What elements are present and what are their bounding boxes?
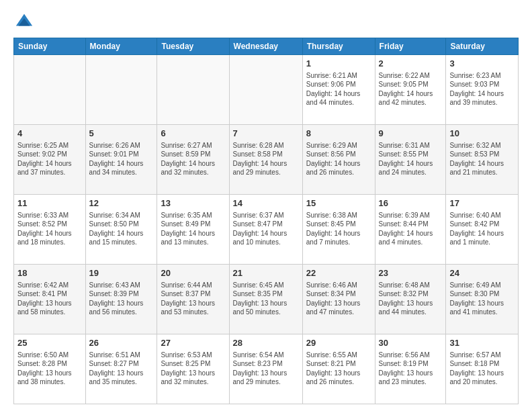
day-cell: 19Sunrise: 6:43 AMSunset: 8:39 PMDayligh… [85, 265, 157, 334]
day-number: 17 [449, 197, 515, 210]
day-cell: 24Sunrise: 6:49 AMSunset: 8:30 PMDayligh… [446, 265, 519, 334]
weekday-header-saturday: Saturday [446, 38, 519, 55]
day-info: Sunrise: 6:31 AMSunset: 8:55 PMDaylight:… [379, 142, 433, 177]
day-number: 21 [233, 267, 299, 279]
day-info: Sunrise: 6:49 AMSunset: 8:30 PMDaylight:… [449, 281, 504, 316]
day-info: Sunrise: 6:46 AMSunset: 8:34 PMDaylight:… [306, 281, 361, 316]
week-row-4: 18Sunrise: 6:42 AMSunset: 8:41 PMDayligh… [14, 265, 519, 334]
day-number: 10 [449, 128, 515, 140]
day-number: 13 [161, 197, 225, 210]
day-cell: 27Sunrise: 6:53 AMSunset: 8:25 PMDayligh… [157, 334, 229, 404]
day-cell: 25Sunrise: 6:50 AMSunset: 8:28 PMDayligh… [14, 334, 86, 404]
day-number: 9 [379, 128, 443, 140]
day-number: 11 [17, 197, 82, 210]
weekday-header-tuesday: Tuesday [157, 38, 229, 55]
day-number: 31 [449, 337, 515, 349]
day-number: 16 [379, 197, 443, 210]
logo-icon [15, 12, 34, 31]
day-number: 7 [233, 128, 299, 140]
day-cell: 21Sunrise: 6:45 AMSunset: 8:35 PMDayligh… [229, 265, 302, 334]
day-cell: 2Sunrise: 6:22 AMSunset: 9:05 PMDaylight… [375, 55, 446, 125]
day-info: Sunrise: 6:43 AMSunset: 8:39 PMDaylight:… [89, 281, 144, 316]
day-info: Sunrise: 6:42 AMSunset: 8:41 PMDaylight:… [17, 281, 72, 316]
calendar-header-row: SundayMondayTuesdayWednesdayThursdayFrid… [14, 38, 519, 55]
day-number: 25 [17, 337, 82, 349]
logo [13, 12, 35, 31]
day-cell: 30Sunrise: 6:56 AMSunset: 8:19 PMDayligh… [375, 334, 446, 404]
day-info: Sunrise: 6:39 AMSunset: 8:44 PMDaylight:… [379, 212, 433, 246]
day-info: Sunrise: 6:53 AMSunset: 8:25 PMDaylight:… [161, 351, 215, 386]
day-info: Sunrise: 6:22 AMSunset: 9:05 PMDaylight:… [379, 72, 433, 107]
day-number: 18 [17, 267, 82, 279]
day-cell: 3Sunrise: 6:23 AMSunset: 9:03 PMDaylight… [446, 55, 519, 125]
day-cell: 9Sunrise: 6:31 AMSunset: 8:55 PMDaylight… [375, 125, 446, 195]
weekday-header-sunday: Sunday [14, 38, 86, 55]
weekday-header-monday: Monday [85, 38, 157, 55]
day-number: 5 [89, 128, 154, 140]
day-number: 26 [89, 337, 154, 349]
day-info: Sunrise: 6:45 AMSunset: 8:35 PMDaylight:… [233, 281, 287, 316]
day-cell: 31Sunrise: 6:57 AMSunset: 8:18 PMDayligh… [446, 334, 519, 404]
day-cell [14, 55, 86, 125]
day-cell: 22Sunrise: 6:46 AMSunset: 8:34 PMDayligh… [302, 265, 375, 334]
day-cell: 5Sunrise: 6:26 AMSunset: 9:01 PMDaylight… [85, 125, 157, 195]
day-info: Sunrise: 6:23 AMSunset: 9:03 PMDaylight:… [449, 72, 504, 107]
day-info: Sunrise: 6:21 AMSunset: 9:06 PMDaylight:… [306, 72, 361, 107]
day-info: Sunrise: 6:48 AMSunset: 8:32 PMDaylight:… [379, 281, 433, 316]
day-cell: 20Sunrise: 6:44 AMSunset: 8:37 PMDayligh… [157, 265, 229, 334]
day-info: Sunrise: 6:37 AMSunset: 8:47 PMDaylight:… [233, 212, 287, 246]
day-cell: 26Sunrise: 6:51 AMSunset: 8:27 PMDayligh… [85, 334, 157, 404]
weekday-header-thursday: Thursday [302, 38, 375, 55]
day-number: 23 [379, 267, 443, 279]
day-cell [229, 55, 302, 125]
day-number: 3 [449, 58, 515, 70]
page: SundayMondayTuesdayWednesdayThursdayFrid… [0, 0, 532, 411]
day-info: Sunrise: 6:25 AMSunset: 9:02 PMDaylight:… [17, 142, 72, 177]
day-cell: 12Sunrise: 6:34 AMSunset: 8:50 PMDayligh… [85, 195, 157, 265]
day-cell: 13Sunrise: 6:35 AMSunset: 8:49 PMDayligh… [157, 195, 229, 265]
day-info: Sunrise: 6:54 AMSunset: 8:23 PMDaylight:… [233, 351, 287, 386]
day-info: Sunrise: 6:27 AMSunset: 8:59 PMDaylight:… [161, 142, 215, 177]
day-cell: 29Sunrise: 6:55 AMSunset: 8:21 PMDayligh… [302, 334, 375, 404]
day-cell: 28Sunrise: 6:54 AMSunset: 8:23 PMDayligh… [229, 334, 302, 404]
header [13, 12, 519, 31]
day-info: Sunrise: 6:29 AMSunset: 8:56 PMDaylight:… [306, 142, 361, 177]
week-row-5: 25Sunrise: 6:50 AMSunset: 8:28 PMDayligh… [14, 334, 519, 404]
day-cell: 10Sunrise: 6:32 AMSunset: 8:53 PMDayligh… [446, 125, 519, 195]
day-info: Sunrise: 6:28 AMSunset: 8:58 PMDaylight:… [233, 142, 287, 177]
weekday-header-friday: Friday [375, 38, 446, 55]
day-number: 20 [161, 267, 225, 279]
day-number: 19 [89, 267, 154, 279]
day-cell: 11Sunrise: 6:33 AMSunset: 8:52 PMDayligh… [14, 195, 86, 265]
day-cell [85, 55, 157, 125]
day-cell: 6Sunrise: 6:27 AMSunset: 8:59 PMDaylight… [157, 125, 229, 195]
day-info: Sunrise: 6:40 AMSunset: 8:42 PMDaylight:… [449, 212, 504, 246]
day-cell: 7Sunrise: 6:28 AMSunset: 8:58 PMDaylight… [229, 125, 302, 195]
day-info: Sunrise: 6:57 AMSunset: 8:18 PMDaylight:… [449, 351, 504, 386]
calendar-table: SundayMondayTuesdayWednesdayThursdayFrid… [13, 38, 519, 404]
day-cell: 4Sunrise: 6:25 AMSunset: 9:02 PMDaylight… [14, 125, 86, 195]
day-number: 27 [161, 337, 225, 349]
day-info: Sunrise: 6:35 AMSunset: 8:49 PMDaylight:… [161, 212, 215, 246]
day-info: Sunrise: 6:44 AMSunset: 8:37 PMDaylight:… [161, 281, 215, 316]
day-number: 14 [233, 197, 299, 210]
day-info: Sunrise: 6:33 AMSunset: 8:52 PMDaylight:… [17, 212, 72, 246]
day-number: 15 [306, 197, 371, 210]
day-number: 30 [379, 337, 443, 349]
day-number: 6 [161, 128, 225, 140]
day-info: Sunrise: 6:51 AMSunset: 8:27 PMDaylight:… [89, 351, 144, 386]
day-info: Sunrise: 6:34 AMSunset: 8:50 PMDaylight:… [89, 212, 144, 246]
day-number: 22 [306, 267, 371, 279]
day-info: Sunrise: 6:26 AMSunset: 9:01 PMDaylight:… [89, 142, 144, 177]
day-cell: 14Sunrise: 6:37 AMSunset: 8:47 PMDayligh… [229, 195, 302, 265]
week-row-3: 11Sunrise: 6:33 AMSunset: 8:52 PMDayligh… [14, 195, 519, 265]
week-row-1: 1Sunrise: 6:21 AMSunset: 9:06 PMDaylight… [14, 55, 519, 125]
day-info: Sunrise: 6:50 AMSunset: 8:28 PMDaylight:… [17, 351, 72, 386]
day-cell: 17Sunrise: 6:40 AMSunset: 8:42 PMDayligh… [446, 195, 519, 265]
day-number: 28 [233, 337, 299, 349]
day-number: 12 [89, 197, 154, 210]
day-cell: 1Sunrise: 6:21 AMSunset: 9:06 PMDaylight… [302, 55, 375, 125]
day-info: Sunrise: 6:55 AMSunset: 8:21 PMDaylight:… [306, 351, 361, 386]
day-number: 4 [17, 128, 82, 140]
day-number: 29 [306, 337, 371, 349]
